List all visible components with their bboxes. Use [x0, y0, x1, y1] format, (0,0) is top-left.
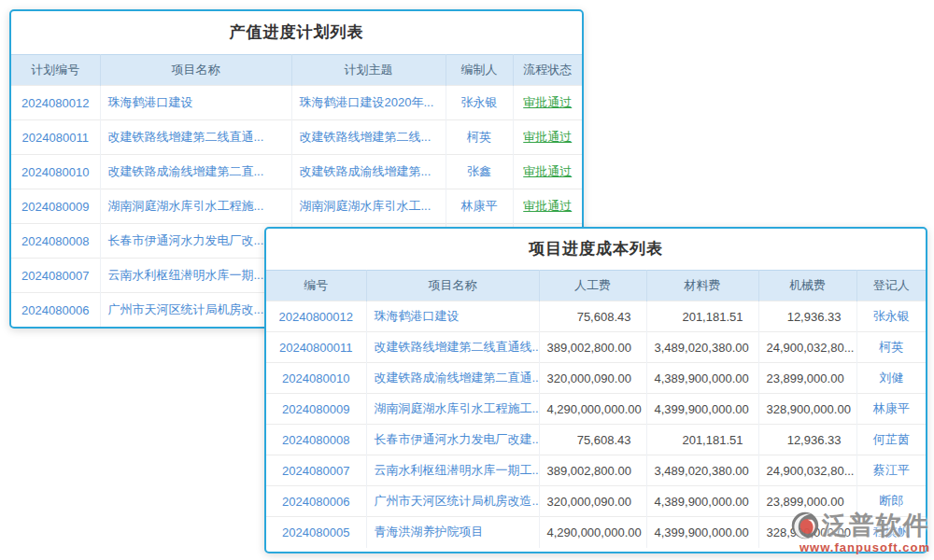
cell-machine-cost: 24,900,032,80...: [758, 455, 856, 486]
cell-cost-project-name[interactable]: 湖南洞庭湖水库引水工程施工...: [366, 394, 539, 425]
cell-cost-project-name[interactable]: 改建铁路线增建第二线直通线...: [366, 332, 539, 363]
table-row[interactable]: 20240800012珠海鹤港口建设75,608.43201,181.5112,…: [266, 301, 926, 332]
cell-machine-cost: 328,900,000.00: [758, 517, 856, 548]
cell-project-name[interactable]: 湖南洞庭湖水库引水工程施...: [100, 189, 291, 224]
cell-material-cost: 3,489,020,380.00: [646, 455, 758, 486]
table-row[interactable]: 2024080009湖南洞庭湖水库引水工程施...湖南洞庭湖水库引水工...林康…: [11, 189, 582, 224]
cell-registrant[interactable]: 张永银: [856, 301, 926, 332]
plan-table-header-row: 计划编号 项目名称 计划主题 编制人 流程状态: [11, 55, 582, 86]
cell-cost-id[interactable]: 2024080005: [266, 517, 366, 548]
cell-plan-id[interactable]: 2024080007: [11, 259, 100, 293]
cell-plan-id[interactable]: 2024080012: [11, 86, 100, 120]
cell-registrant[interactable]: 何芷茵: [856, 425, 926, 455]
cell-registrant[interactable]: 林康平: [856, 394, 926, 425]
desktop: { "plan_window": { "title": "产值进度计划列表", …: [0, 0, 934, 560]
cell-author[interactable]: 张永银: [446, 86, 513, 120]
cell-cost-id[interactable]: 2024080007: [266, 455, 366, 486]
cost-list-window: 项目进度成本列表 编号 项目名称 人工费 材料费 机械费 登记人 2024080…: [264, 227, 927, 553]
cell-registrant[interactable]: 蔡江平: [856, 455, 926, 486]
cell-cost-id[interactable]: 2024080009: [266, 394, 366, 425]
cell-registrant[interactable]: 柯英: [856, 332, 926, 363]
col-header-cost-project-name: 项目名称: [366, 271, 539, 301]
cell-flow-status[interactable]: 审批通过: [513, 155, 582, 189]
cell-registrant[interactable]: 程缤帆: [856, 517, 926, 548]
cell-machine-cost: 328,900,000.00: [758, 394, 856, 425]
cell-machine-cost: 23,899,000.00: [758, 363, 856, 394]
cell-machine-cost: 24,900,032,80...: [758, 332, 856, 363]
col-header-author: 编制人: [446, 55, 513, 86]
cell-plan-id[interactable]: 2024080009: [11, 189, 100, 224]
cell-project-name[interactable]: 云南水利枢纽潜明水库一期...: [100, 259, 291, 293]
cell-labor-cost: 4,290,000,000.00: [539, 517, 646, 548]
cell-cost-id[interactable]: 2024080010: [266, 363, 366, 394]
table-row[interactable]: 2024080012珠海鹤港口建设珠海鹤港口建设2020年...张永银审批通过: [11, 86, 582, 120]
cell-plan-subject[interactable]: 改建铁路成渝线增建第...: [291, 155, 446, 189]
cell-cost-project-name[interactable]: 青海洪湖养护院项目: [366, 517, 539, 548]
cell-labor-cost: 4,290,000,000.00: [539, 394, 646, 425]
cell-flow-status[interactable]: 审批通过: [513, 189, 582, 224]
col-header-material-cost: 材料费: [646, 271, 758, 301]
cell-material-cost: 4,399,900,000.00: [646, 394, 758, 425]
cell-registrant[interactable]: 刘健: [856, 363, 926, 394]
cell-material-cost: 201,181.51: [646, 425, 758, 455]
cell-labor-cost: 389,002,800.00: [539, 332, 646, 363]
table-row[interactable]: 2024080007云南水利枢纽潜明水库一期工...389,002,800.00…: [266, 455, 926, 486]
cell-cost-id[interactable]: 20240800012: [266, 301, 366, 332]
table-row[interactable]: 2024080005青海洪湖养护院项目4,290,000,000.004,399…: [266, 517, 926, 548]
cell-labor-cost: 389,002,800.00: [539, 455, 646, 486]
cell-project-name[interactable]: 珠海鹤港口建设: [100, 86, 291, 120]
table-row[interactable]: 2024080009湖南洞庭湖水库引水工程施工...4,290,000,000.…: [266, 394, 926, 425]
cell-plan-subject[interactable]: 珠海鹤港口建设2020年...: [291, 86, 446, 120]
cell-labor-cost: 320,000,090.00: [539, 486, 646, 517]
table-row[interactable]: 2024080010改建铁路成渝线增建第二直...改建铁路成渝线增建第...张鑫…: [11, 155, 582, 189]
table-row[interactable]: 2024080008长春市伊通河水力发电厂改建...75,608.43201,1…: [266, 425, 926, 455]
cell-plan-subject[interactable]: 改建铁路线增建第二线...: [291, 120, 446, 155]
cell-flow-status[interactable]: 审批通过: [513, 86, 582, 120]
cell-plan-id[interactable]: 2024080008: [11, 224, 100, 259]
cell-author[interactable]: 张鑫: [446, 155, 513, 189]
table-row[interactable]: 2024080010改建铁路成渝线增建第二直通...320,000,090.00…: [266, 363, 926, 394]
cell-cost-id[interactable]: 20240800011: [266, 332, 366, 363]
col-header-registrant: 登记人: [856, 271, 926, 301]
cell-plan-subject[interactable]: 湖南洞庭湖水库引水工...: [291, 189, 446, 224]
cell-cost-id[interactable]: 2024080006: [266, 486, 366, 517]
col-header-plan-subject: 计划主题: [291, 55, 446, 86]
plan-window-title: 产值进度计划列表: [11, 11, 582, 54]
cell-project-name[interactable]: 长春市伊通河水力发电厂改...: [100, 224, 291, 259]
cell-plan-id[interactable]: 2024080006: [11, 293, 100, 328]
cell-material-cost: 4,399,900,000.00: [646, 517, 758, 548]
cell-labor-cost: 75,608.43: [539, 301, 646, 332]
cell-cost-project-name[interactable]: 珠海鹤港口建设: [366, 301, 539, 332]
cell-cost-project-name[interactable]: 云南水利枢纽潜明水库一期工...: [366, 455, 539, 486]
cell-cost-project-name[interactable]: 长春市伊通河水力发电厂改建...: [366, 425, 539, 455]
cell-material-cost: 4,389,900,000.00: [646, 363, 758, 394]
cell-labor-cost: 75,608.43: [539, 425, 646, 455]
cell-project-name[interactable]: 改建铁路线增建第二线直通...: [100, 120, 291, 155]
cost-table-header-row: 编号 项目名称 人工费 材料费 机械费 登记人: [266, 271, 926, 301]
cell-registrant[interactable]: 断郎: [856, 486, 926, 517]
col-header-plan-id: 计划编号: [11, 55, 100, 86]
cost-table: 编号 项目名称 人工费 材料费 机械费 登记人 20240800012珠海鹤港口…: [266, 270, 926, 548]
table-row[interactable]: 2024080011改建铁路线增建第二线直通...改建铁路线增建第二线...柯英…: [11, 120, 582, 155]
cell-cost-id[interactable]: 2024080008: [266, 425, 366, 455]
table-row[interactable]: 20240800011改建铁路线增建第二线直通线...389,002,800.0…: [266, 332, 926, 363]
table-row[interactable]: 2024080006广州市天河区统计局机房改造...320,000,090.00…: [266, 486, 926, 517]
col-header-labor-cost: 人工费: [539, 271, 646, 301]
col-header-flow-status: 流程状态: [513, 55, 582, 86]
cell-plan-id[interactable]: 2024080011: [11, 120, 100, 155]
cell-flow-status[interactable]: 审批通过: [513, 120, 582, 155]
cell-material-cost: 4,389,900,000.00: [646, 486, 758, 517]
cell-project-name[interactable]: 改建铁路成渝线增建第二直...: [100, 155, 291, 189]
cell-machine-cost: 12,936.33: [758, 301, 856, 332]
col-header-machine-cost: 机械费: [758, 271, 856, 301]
cell-project-name[interactable]: 广州市天河区统计局机房改...: [100, 293, 291, 328]
cell-author[interactable]: 柯英: [446, 120, 513, 155]
cell-material-cost: 201,181.51: [646, 301, 758, 332]
cell-labor-cost: 320,000,090.00: [539, 363, 646, 394]
cell-cost-project-name[interactable]: 广州市天河区统计局机房改造...: [366, 486, 539, 517]
cell-cost-project-name[interactable]: 改建铁路成渝线增建第二直通...: [366, 363, 539, 394]
cell-author[interactable]: 林康平: [446, 189, 513, 224]
col-header-project-name: 项目名称: [100, 55, 291, 86]
cell-material-cost: 3,489,020,380.00: [646, 332, 758, 363]
cell-plan-id[interactable]: 2024080010: [11, 155, 100, 189]
